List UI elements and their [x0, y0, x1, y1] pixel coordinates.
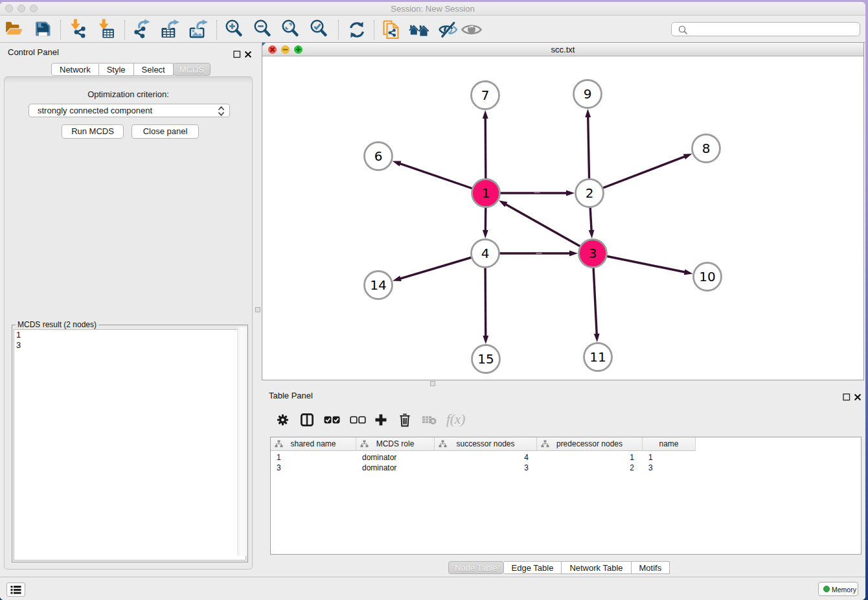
table-cell[interactable]: 1 — [648, 452, 696, 463]
show-column-button[interactable] — [300, 413, 314, 427]
graph-edge-arrowhead — [499, 200, 507, 207]
graph-node-label: 7 — [481, 87, 490, 103]
toolbar-separator — [338, 20, 339, 40]
zoom-in-button[interactable] — [224, 19, 246, 41]
graph-edge[interactable] — [505, 204, 593, 253]
graph-node-label: 10 — [699, 269, 715, 284]
optimization-criterion-label: Optimization criterion: — [5, 89, 252, 99]
window-titlebar[interactable]: Session: New Session — [0, 2, 865, 16]
graph-node-label: 14 — [370, 277, 386, 293]
table-cell[interactable]: dominator — [362, 452, 435, 463]
save-session-button[interactable] — [32, 19, 54, 41]
close-panel-icon[interactable] — [854, 392, 862, 400]
copy-network-button[interactable] — [380, 19, 402, 41]
task-history-button[interactable] — [6, 583, 25, 597]
control-panel: Control Panel Network Style Select MCDS … — [0, 43, 255, 577]
splitter-grip[interactable] — [255, 307, 260, 312]
splitter-grip[interactable] — [430, 381, 435, 386]
delete-column-button[interactable] — [398, 413, 411, 427]
table-cell[interactable]: 3 — [648, 463, 696, 473]
tab-node-table[interactable]: Node Table — [448, 561, 504, 574]
float-panel-icon[interactable] — [233, 49, 241, 57]
graph-node-label: 2 — [586, 185, 594, 201]
graph-edge[interactable] — [589, 156, 685, 193]
graph-node-label: 11 — [589, 349, 606, 365]
control-panel-tabs: Network Style Select MCDS — [51, 63, 211, 76]
graph-edge-arrowhead — [393, 276, 402, 281]
node-table[interactable]: shared nameMCDS rolesuccessor nodesprede… — [270, 437, 862, 555]
zoom-fit-button[interactable] — [280, 19, 303, 41]
table-cell[interactable]: 3 — [435, 463, 529, 473]
network-graph: 1234678910111415 — [262, 57, 863, 380]
select-all-button[interactable] — [324, 415, 340, 424]
tab-style[interactable]: Style — [99, 63, 134, 76]
table-cell[interactable]: 1 — [537, 452, 634, 463]
run-mcds-button[interactable]: Run MCDS — [62, 124, 124, 139]
export-image-button[interactable] — [187, 19, 209, 41]
column-header[interactable]: name — [643, 437, 696, 451]
tab-select[interactable]: Select — [134, 63, 174, 76]
horizontal-splitter[interactable] — [262, 380, 865, 387]
graph-node-label: 4 — [481, 246, 490, 261]
import-network-button[interactable] — [67, 19, 89, 41]
zoom-out-button[interactable] — [253, 19, 275, 41]
column-header[interactable]: successor nodes — [435, 437, 537, 451]
edge-label-mark — [536, 253, 542, 254]
float-panel-icon[interactable] — [843, 392, 851, 400]
delete-table-button[interactable] — [422, 414, 437, 426]
export-table-button[interactable] — [158, 19, 180, 41]
graph-edge-arrowhead — [569, 251, 578, 257]
table-cell[interactable]: 2 — [537, 463, 634, 473]
graph-edge-arrowhead — [393, 161, 402, 166]
toolbar-separator — [374, 20, 374, 40]
tab-network[interactable]: Network — [51, 63, 99, 76]
column-header[interactable]: MCDS role — [356, 437, 435, 451]
tab-motifs[interactable]: Motifs — [632, 561, 670, 574]
zoom-selected-button[interactable] — [309, 19, 331, 41]
tab-edge-table[interactable]: Edge Table — [504, 561, 562, 574]
network-window-titlebar[interactable]: scc.txt — [262, 43, 863, 56]
graph-node-label: 3 — [589, 246, 597, 261]
close-panel-button[interactable]: Close panel — [131, 124, 199, 139]
mcds-result-list[interactable]: 13 — [14, 329, 246, 560]
table-settings-button[interactable] — [277, 414, 289, 426]
table-cell[interactable]: dominator — [362, 463, 435, 473]
search-input[interactable] — [671, 22, 860, 36]
control-panel-title: Control Panel — [8, 47, 59, 57]
result-line: 1 — [14, 330, 246, 340]
network-title: scc.txt — [262, 45, 863, 54]
result-line: 3 — [14, 340, 246, 351]
hide-button[interactable] — [437, 19, 459, 41]
home-button[interactable] — [408, 19, 430, 41]
function-builder-button[interactable]: f(x) — [445, 411, 471, 428]
memory-button[interactable]: Memory — [818, 582, 858, 596]
column-header[interactable]: predecessor nodes — [537, 437, 643, 451]
show-button[interactable] — [461, 19, 483, 41]
import-table-button[interactable] — [96, 19, 118, 41]
vertical-splitter[interactable] — [255, 43, 262, 577]
tab-mcds[interactable]: MCDS — [173, 63, 211, 76]
close-panel-icon[interactable] — [244, 49, 252, 57]
table-cell[interactable]: 3 — [277, 463, 356, 473]
criterion-dropdown[interactable]: strongly connected component — [29, 104, 230, 117]
column-header-label: successor nodes — [435, 439, 536, 448]
add-row-button[interactable] — [374, 413, 387, 426]
column-header[interactable]: shared name — [271, 437, 356, 451]
graph-edge-arrowhead — [566, 190, 575, 196]
svg-text:f(x): f(x) — [446, 411, 465, 427]
table-cell[interactable]: 1 — [277, 452, 356, 463]
deselect-all-button[interactable] — [350, 415, 366, 424]
graph-edge-arrowhead — [585, 109, 591, 117]
criterion-value: strongly connected component — [38, 106, 152, 115]
table-toolbar: f(x) — [262, 403, 865, 437]
graph-edge-arrowhead — [589, 230, 595, 238]
export-network-button[interactable] — [130, 19, 152, 41]
tab-network-table[interactable]: Network Table — [562, 561, 631, 574]
result-scrollbar[interactable] — [237, 327, 247, 556]
network-canvas[interactable]: 1234678910111415 — [262, 57, 863, 380]
app-window: Session: New Session — [0, 2, 865, 600]
table-cell[interactable]: 4 — [435, 452, 529, 463]
open-session-button[interactable] — [4, 19, 26, 41]
dropdown-chevrons-icon — [217, 106, 225, 117]
refresh-button[interactable] — [346, 19, 368, 41]
